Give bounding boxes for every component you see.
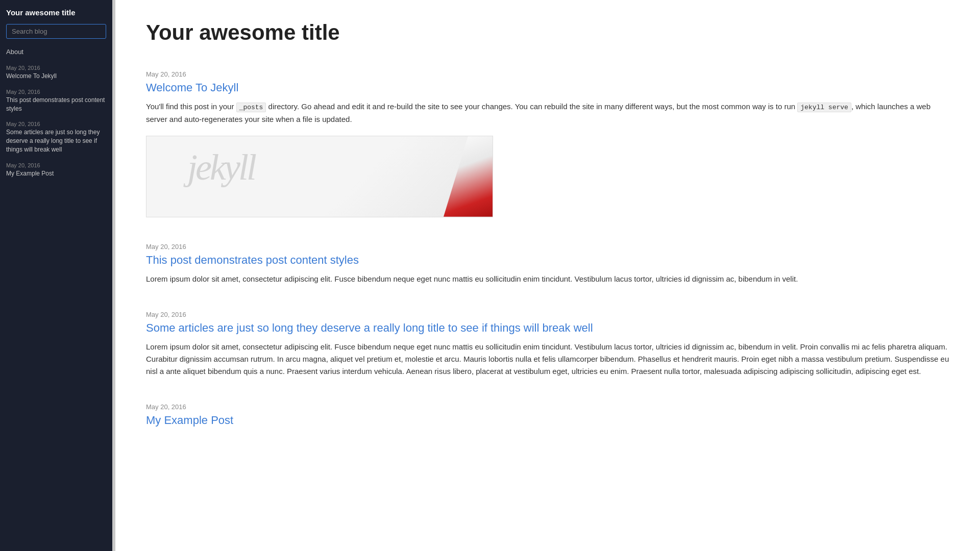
post-date: May 20, 2016 (146, 311, 949, 318)
sidebar-list-item: May 20, 2016 This post demonstrates post… (6, 89, 106, 113)
sidebar: Your awesome title About May 20, 2016 We… (0, 0, 112, 551)
post-title-link[interactable]: Welcome To Jekyll (146, 81, 949, 94)
sidebar-post-date: May 20, 2016 (6, 65, 106, 71)
post-entry: May 20, 2016 Welcome To Jekyll You'll fi… (146, 70, 949, 217)
sidebar-post-title[interactable]: Welcome To Jekyll (6, 72, 106, 81)
post-date: May 20, 2016 (146, 70, 949, 78)
post-entry: May 20, 2016 Some articles are just so l… (146, 311, 949, 378)
page-title: Your awesome title (146, 20, 949, 45)
sidebar-post-title[interactable]: Some articles are just so long they dese… (6, 128, 106, 154)
post-excerpt: You'll find this post in your _posts dir… (146, 101, 949, 126)
jekyll-red-accent (431, 136, 493, 217)
post-entry: May 20, 2016 This post demonstrates post… (146, 243, 949, 285)
sidebar-post-date: May 20, 2016 (6, 89, 106, 95)
post-title-link[interactable]: This post demonstrates post content styl… (146, 254, 949, 267)
sidebar-nav-about[interactable]: About (6, 48, 106, 56)
jekyll-logo-text: jekyll (187, 146, 255, 189)
search-input[interactable] (6, 24, 106, 39)
post-title-link[interactable]: Some articles are just so long they dese… (146, 321, 949, 335)
sidebar-title: Your awesome title (6, 8, 106, 17)
jekyll-logo-image: jekyll (146, 136, 493, 217)
sidebar-post-title[interactable]: My Example Post (6, 169, 106, 178)
sidebar-posts: May 20, 2016 Welcome To Jekyll May 20, 2… (6, 65, 106, 186)
post-excerpt: Lorem ipsum dolor sit amet, consectetur … (146, 273, 949, 285)
post-title-link[interactable]: My Example Post (146, 414, 949, 427)
sidebar-post-date: May 20, 2016 (6, 162, 106, 168)
post-entry: May 20, 2016 My Example Post (146, 403, 949, 427)
main-content: Your awesome title May 20, 2016 Welcome … (115, 0, 980, 551)
post-date: May 20, 2016 (146, 243, 949, 251)
sidebar-list-item: May 20, 2016 Welcome To Jekyll (6, 65, 106, 81)
sidebar-list-item: May 20, 2016 My Example Post (6, 162, 106, 178)
sidebar-list-item: May 20, 2016 Some articles are just so l… (6, 121, 106, 154)
sidebar-post-title[interactable]: This post demonstrates post content styl… (6, 96, 106, 113)
post-date: May 20, 2016 (146, 403, 949, 411)
post-excerpt: Lorem ipsum dolor sit amet, consectetur … (146, 341, 949, 378)
sidebar-post-date: May 20, 2016 (6, 121, 106, 127)
posts-container: May 20, 2016 Welcome To Jekyll You'll fi… (146, 70, 949, 427)
